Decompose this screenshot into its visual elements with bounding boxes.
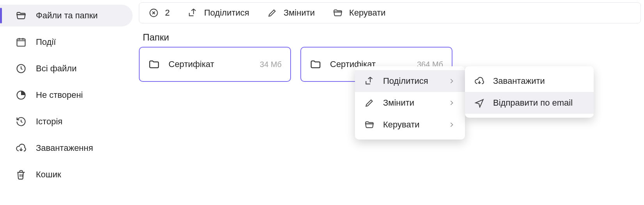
- share-submenu: Завантажити Відправити по email: [465, 66, 594, 118]
- edit-button[interactable]: Змінити: [267, 8, 315, 18]
- submenu-item-download[interactable]: Завантажити: [465, 70, 594, 92]
- context-menu: Поділитися Змінити Керувати: [355, 66, 465, 140]
- close-circle-icon: [149, 8, 159, 18]
- submenu-item-label: Відправити по email: [493, 98, 584, 108]
- selection-toolbar: 2 Поділитися Змінити Керувати: [139, 2, 641, 23]
- submenu-item-label: Завантажити: [493, 76, 584, 86]
- folder-name: Сертифікат: [169, 59, 251, 69]
- menu-item-share[interactable]: Поділитися: [355, 70, 465, 92]
- sidebar-item-label: Не створені: [36, 90, 128, 100]
- folder-open-icon: [364, 120, 374, 130]
- history-icon: [16, 116, 27, 127]
- sidebar-item-label: Історія: [36, 117, 128, 127]
- chevron-right-icon: [448, 99, 456, 107]
- download-cloud-icon: [16, 143, 27, 154]
- edit-label: Змінити: [284, 8, 315, 18]
- sidebar-item-all-files[interactable]: Всі файли: [0, 58, 133, 80]
- folder-icon: [310, 58, 321, 70]
- svg-rect-0: [17, 39, 25, 46]
- menu-item-label: Змінити: [383, 98, 439, 108]
- send-icon: [474, 98, 484, 108]
- sidebar-item-label: Події: [36, 37, 128, 47]
- sidebar-item-downloads[interactable]: Завантаження: [0, 137, 133, 159]
- pencil-icon: [267, 8, 277, 18]
- clock-icon: [16, 63, 27, 74]
- sidebar-item-label: Файли та папки: [36, 11, 128, 21]
- sidebar-item-label: Всі файли: [36, 64, 128, 74]
- pencil-icon: [364, 98, 374, 108]
- menu-item-manage[interactable]: Керувати: [355, 114, 465, 136]
- sidebar: Файли та папки Події Всі файли Не створе…: [0, 0, 136, 205]
- chevron-right-icon: [448, 121, 456, 129]
- chevron-right-icon: [448, 77, 456, 85]
- folder-size: 34 Мб: [260, 60, 282, 69]
- calendar-icon: [16, 37, 27, 48]
- menu-item-label: Поділитися: [383, 76, 439, 86]
- sidebar-item-not-created[interactable]: Не створені: [0, 84, 133, 106]
- folder-open-icon: [333, 8, 343, 18]
- download-cloud-icon: [474, 76, 484, 86]
- sidebar-item-history[interactable]: Історія: [0, 111, 133, 133]
- section-title-folders: Папки: [136, 25, 644, 47]
- manage-button[interactable]: Керувати: [333, 8, 386, 18]
- sidebar-item-events[interactable]: Події: [0, 31, 133, 53]
- sidebar-item-label: Завантаження: [36, 143, 128, 153]
- folder-card[interactable]: Сертифікат 34 Мб: [139, 47, 291, 82]
- folder-open-icon: [16, 10, 27, 21]
- share-label: Поділитися: [204, 8, 249, 18]
- folder-icon: [148, 58, 160, 70]
- sidebar-item-trash[interactable]: Кошик: [0, 164, 133, 186]
- progress-icon: [16, 90, 27, 101]
- clear-selection-button[interactable]: 2: [149, 8, 170, 18]
- menu-item-edit[interactable]: Змінити: [355, 92, 465, 114]
- share-icon: [364, 76, 374, 86]
- main-content: 2 Поділитися Змінити Керувати Папки: [136, 0, 644, 205]
- selection-count: 2: [165, 8, 170, 18]
- sidebar-item-files-folders[interactable]: Файли та папки: [0, 5, 133, 27]
- submenu-item-email[interactable]: Відправити по email: [465, 92, 594, 114]
- trash-icon: [16, 169, 27, 180]
- share-button[interactable]: Поділитися: [188, 8, 249, 18]
- share-icon: [188, 8, 198, 18]
- menu-item-label: Керувати: [383, 120, 439, 130]
- manage-label: Керувати: [349, 8, 386, 18]
- sidebar-item-label: Кошик: [36, 170, 128, 180]
